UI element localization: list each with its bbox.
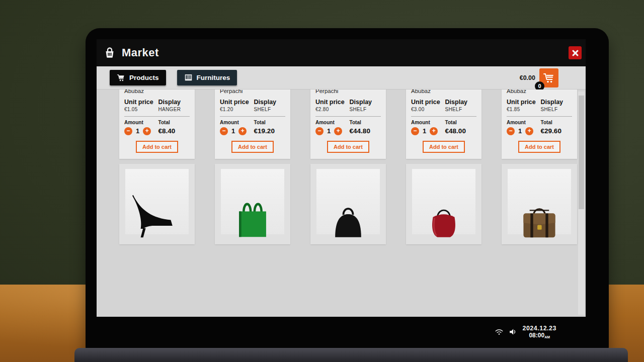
laptop-screen: Market Products [97,39,586,347]
decrease-amount-button[interactable]: − [220,127,228,135]
add-to-cart-button[interactable]: Add to cart [231,141,274,153]
increase-amount-button[interactable]: + [238,127,247,135]
taskbar-time: 08:00AM [522,332,556,339]
unit-price-label: Unit price [220,99,254,106]
total-label: Total [350,120,381,125]
product-card-harmonious-hues: 16 Harmoni [406,89,481,159]
product-row-bottom [119,164,577,244]
market-titlebar: Market [97,39,586,66]
black-stiletto-heel-image [130,193,184,239]
increase-amount-button[interactable]: + [334,127,342,135]
display-label: Display [158,99,190,106]
unit-price-label: Unit price [411,99,445,106]
cart-zone: €0.00 0 [520,68,579,87]
display-value: SHELF [350,107,381,112]
product-details: Grayscale Glamour Perpachi Unit price €2… [310,89,386,159]
vertical-scrollbar[interactable] [578,92,585,315]
basket-icon [104,47,116,59]
product-card-ethereal-elegance: 8 Ethereal [119,89,195,159]
total-label: Total [445,120,476,125]
divider [411,116,476,117]
decrease-amount-button[interactable]: − [507,127,515,135]
red-bucket-bag-image [420,197,468,239]
tab-furnitures[interactable]: Furnitures [177,70,237,85]
unit-price-value: €1.20 [220,107,254,112]
amount-label: Amount [124,120,158,125]
tab-products-label: Products [129,74,159,81]
product-details: Indigo Ink Abubaz Unit price €1.85 Displ… [502,89,577,159]
amount-stepper: − 1 + [411,127,445,135]
product-grid[interactable]: Add to cart Add to cart Add to cart [97,89,586,317]
brown-satchel-bag-image [514,196,565,239]
total-value: €29.60 [541,127,572,135]
game-scene: Market Products [0,0,644,362]
total-label: Total [541,120,572,125]
product-details: Harmonious Hues Abubaz Unit price €3.00 … [406,89,481,159]
product-card [406,164,481,244]
increase-amount-button[interactable]: + [525,127,533,135]
close-icon [572,50,579,56]
product-brand: Abubaz [124,89,190,94]
close-button[interactable] [569,46,582,59]
display-value: SHELF [445,107,476,112]
total-value: €19.20 [254,127,285,135]
green-tote-bag-image [227,195,278,239]
cart-button[interactable]: 0 [539,68,558,87]
unit-price-value: €1.05 [124,107,158,112]
decrease-amount-button[interactable]: − [315,127,324,135]
page-title: Market [122,46,159,59]
display-label: Display [254,99,285,106]
product-card [215,164,290,244]
unit-price-value: €1.85 [507,107,541,112]
product-details: Ethereal Elegance Abubaz Unit price €1.0… [119,89,195,159]
product-card-flawless-fashion: 16 Flawles [215,89,290,159]
decrease-amount-button[interactable]: − [411,127,419,135]
meridiem: AM [544,335,550,339]
volume-icon [509,328,517,336]
unit-price-value: €3.00 [411,107,445,112]
divider [124,116,190,117]
divider [315,116,381,117]
display-label: Display [541,99,572,106]
add-to-cart-button[interactable]: Add to cart [423,141,465,153]
scrollbar-thumb[interactable] [579,96,584,209]
add-to-cart-button[interactable]: Add to cart [518,141,560,153]
increase-amount-button[interactable]: + [143,127,151,135]
tab-furnitures-label: Furnitures [197,74,230,81]
product-brand: Abubaz [507,89,572,94]
amount-label: Amount [507,120,541,125]
product-card [119,164,195,244]
total-value: €8.40 [158,127,190,135]
divider [220,116,285,117]
decrease-amount-button[interactable]: − [124,127,132,135]
unit-price-label: Unit price [315,99,350,106]
product-row-main: 8 Ethereal [119,89,577,159]
cart-total: €0.00 [520,74,535,81]
tab-products[interactable]: Products [110,70,166,85]
product-card-indigo-ink: 16 Indigo [502,89,577,159]
shelf-icon [184,73,193,82]
cart-icon [543,72,555,84]
amount-value: 1 [231,127,235,135]
product-brand: Abubaz [411,89,476,94]
wifi-icon [495,328,504,336]
product-brand: Perpachi [315,89,381,94]
unit-price-label: Unit price [507,99,541,106]
add-to-cart-button[interactable]: Add to cart [136,141,178,153]
add-to-cart-button[interactable]: Add to cart [327,141,369,153]
total-label: Total [254,120,285,125]
increase-amount-button[interactable]: + [430,127,438,135]
product-brand: Perpachi [220,89,285,94]
divider [507,116,572,117]
product-card-grayscale-glamour: 16 Graysca [310,89,386,159]
total-label: Total [158,120,190,125]
taskbar-clock: 2024.12.23 08:00AM [522,325,556,339]
unit-price-value: €2.80 [315,107,350,112]
grid-content: Add to cart Add to cart Add to cart [119,89,577,249]
os-taskbar: 2024.12.23 08:00AM [97,317,586,347]
amount-label: Amount [411,120,445,125]
display-value: SHELF [254,107,285,112]
product-card [502,164,577,244]
amount-stepper: − 1 + [507,127,541,135]
amount-value: 1 [136,127,139,135]
